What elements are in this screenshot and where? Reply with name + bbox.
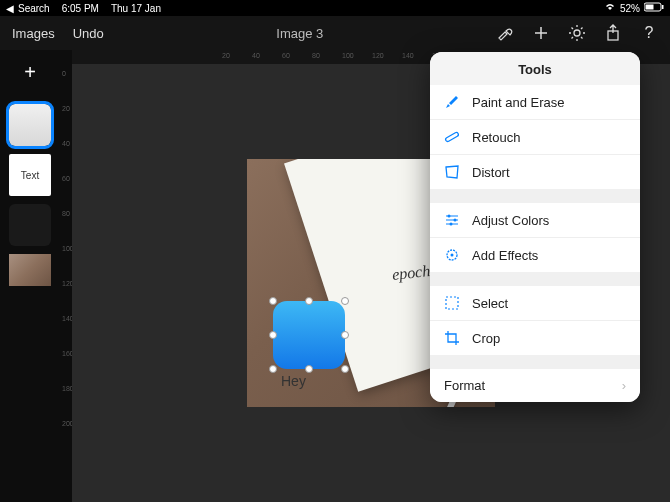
tools-popover: Tools Paint and Erase Retouch Distort Ad…	[430, 52, 640, 402]
status-time: 6:05 PM	[62, 3, 99, 14]
wifi-icon	[604, 2, 616, 14]
tool-paint-erase[interactable]: Paint and Erase	[430, 85, 640, 120]
tool-add-effects[interactable]: Add Effects	[430, 238, 640, 272]
tools-icon[interactable]	[496, 24, 514, 42]
battery-icon	[644, 2, 664, 14]
svg-point-10	[451, 254, 454, 257]
resize-handle[interactable]	[269, 365, 277, 373]
tool-distort[interactable]: Distort	[430, 155, 640, 189]
gear-icon[interactable]	[568, 24, 586, 42]
marquee-icon	[444, 295, 460, 311]
crop-icon	[444, 330, 460, 346]
images-button[interactable]: Images	[12, 26, 55, 41]
resize-handle[interactable]	[305, 365, 313, 373]
tool-select[interactable]: Select	[430, 286, 640, 321]
effects-icon	[444, 247, 460, 263]
battery-percent: 52%	[620, 3, 640, 14]
layer-thumb-background[interactable]	[9, 254, 51, 286]
status-bar: ◀ Search 6:05 PM Thu 17 Jan 52%	[0, 0, 670, 16]
resize-handle[interactable]	[269, 331, 277, 339]
selected-shape[interactable]	[273, 301, 345, 369]
tool-format[interactable]: Format ›	[430, 369, 640, 402]
text-layer[interactable]: Hey	[281, 373, 306, 389]
svg-rect-2	[662, 5, 664, 9]
add-layer-button[interactable]: +	[16, 58, 44, 86]
top-toolbar: Images Undo Image 3 ?	[0, 16, 670, 50]
help-icon[interactable]: ?	[640, 24, 658, 42]
resize-handle[interactable]	[341, 331, 349, 339]
resize-handle[interactable]	[341, 297, 349, 305]
sliders-icon	[444, 212, 460, 228]
svg-rect-1	[646, 5, 654, 10]
layers-sidebar: + Text	[0, 50, 60, 502]
svg-point-3	[574, 30, 580, 36]
share-icon[interactable]	[604, 24, 622, 42]
svg-point-6	[448, 215, 451, 218]
svg-point-7	[454, 219, 457, 222]
layer-thumb-shape[interactable]	[9, 104, 51, 146]
svg-rect-11	[446, 297, 458, 309]
distort-icon	[444, 164, 460, 180]
back-caret-icon[interactable]: ◀	[6, 3, 14, 14]
tool-crop[interactable]: Crop	[430, 321, 640, 355]
brush-icon	[444, 94, 460, 110]
ruler-vertical: 0 20 40 60 80 100 120 140 160 180 200	[60, 50, 72, 502]
bandage-icon	[444, 129, 460, 145]
back-app-label[interactable]: Search	[18, 3, 50, 14]
status-date: Thu 17 Jan	[111, 3, 161, 14]
tool-adjust-colors[interactable]: Adjust Colors	[430, 203, 640, 238]
document-title: Image 3	[276, 26, 323, 41]
resize-handle[interactable]	[269, 297, 277, 305]
resize-handle[interactable]	[305, 297, 313, 305]
add-icon[interactable]	[532, 24, 550, 42]
tool-retouch[interactable]: Retouch	[430, 120, 640, 155]
undo-button[interactable]: Undo	[73, 26, 104, 41]
resize-handle[interactable]	[341, 365, 349, 373]
svg-point-8	[450, 223, 453, 226]
layer-thumb-text[interactable]: Text	[9, 154, 51, 196]
svg-rect-5	[445, 132, 459, 142]
chevron-right-icon: ›	[622, 378, 626, 393]
layer-thumb-grid[interactable]	[9, 204, 51, 246]
popover-title: Tools	[430, 52, 640, 85]
